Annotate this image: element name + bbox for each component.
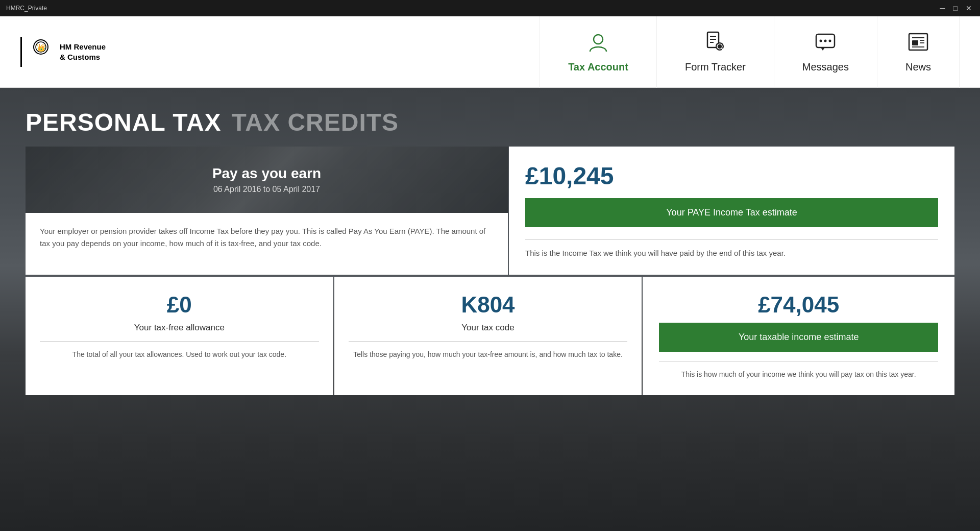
tax-free-allowance-card: £0 Your tax-free allowance The total of … — [26, 277, 333, 395]
card-divider — [525, 239, 938, 240]
news-icon — [908, 31, 929, 57]
main-nav: Tax Account Form Tracker — [540, 16, 960, 88]
tax-code-divider — [349, 341, 628, 342]
tax-code-value: K804 — [461, 292, 514, 318]
income-tax-description: This is the Income Tax we think you will… — [525, 247, 938, 259]
allowance-description: The total of all your tax allowances. Us… — [72, 349, 286, 360]
paye-estimate-button[interactable]: Your PAYE Income Tax estimate — [525, 198, 938, 227]
svg-line-10 — [722, 49, 724, 51]
svg-point-3 — [594, 35, 603, 44]
nav-messages[interactable]: Messages — [774, 16, 877, 88]
tax-credits-heading: TAX CREDITS — [232, 108, 399, 136]
close-button[interactable]: ✕ — [964, 4, 974, 12]
personal-tax-heading: PERSONAL TAX — [26, 108, 222, 136]
top-row: Pay as you earn 06 April 2016 to 05 Apri… — [26, 147, 954, 275]
taxable-income-description: This is how much of your income we think… — [681, 369, 916, 380]
tax-code-label: Your tax code — [461, 323, 514, 333]
form-tracker-label: Form Tracker — [685, 61, 746, 73]
taxable-income-button[interactable]: Your taxable income estimate — [659, 323, 938, 352]
allowance-label: Your tax-free allowance — [134, 323, 225, 333]
paye-card: Pay as you earn 06 April 2016 to 05 Apri… — [26, 147, 508, 275]
nav-form-tracker[interactable]: Form Tracker — [657, 16, 774, 88]
allowance-divider — [40, 341, 319, 342]
window-controls: ─ □ ✕ — [938, 4, 974, 12]
taxable-income-amount: £74,045 — [758, 292, 839, 318]
income-tax-amount: £10,245 — [525, 162, 938, 190]
title-bar: HMRC_Private ─ □ ✕ — [0, 0, 980, 16]
page-heading: PERSONAL TAX TAX CREDITS — [0, 88, 980, 147]
taxable-income-card: £74,045 Your taxable income estimate Thi… — [643, 277, 954, 395]
nav-news[interactable]: News — [877, 16, 960, 88]
income-tax-card: £10,245 Your PAYE Income Tax estimate Th… — [509, 147, 954, 275]
nav-tax-account[interactable]: Tax Account — [540, 16, 657, 88]
news-label: News — [905, 61, 931, 73]
bottom-row: £0 Your tax-free allowance The total of … — [26, 277, 954, 395]
maximize-button[interactable]: □ — [951, 4, 960, 12]
hero-subtitle: 06 April 2016 to 05 April 2017 — [213, 185, 320, 194]
tax-code-card: K804 Your tax code Tells those paying yo… — [334, 277, 642, 395]
cards-area: Pay as you earn 06 April 2016 to 05 Apri… — [0, 147, 980, 395]
tax-account-icon — [587, 31, 609, 57]
logo-text: HM Revenue & Customs — [60, 42, 106, 62]
messages-label: Messages — [802, 61, 849, 73]
taxable-divider — [659, 361, 938, 361]
hero-title: Pay as you earn — [212, 165, 321, 182]
svg-text:👑: 👑 — [37, 43, 46, 52]
svg-rect-17 — [912, 40, 918, 45]
paye-description: Your employer or pension provider takes … — [26, 213, 508, 262]
allowance-amount: £0 — [167, 292, 192, 318]
messages-icon — [815, 31, 836, 57]
svg-point-13 — [824, 39, 827, 42]
app-title: HMRC_Private — [6, 5, 47, 12]
svg-point-14 — [829, 39, 831, 42]
minimize-button[interactable]: ─ — [938, 4, 947, 12]
card-hero: Pay as you earn 06 April 2016 to 05 Apri… — [26, 147, 508, 213]
logo: 👑 HM Revenue & Customs — [20, 37, 106, 67]
crown-icon: 👑 — [28, 37, 54, 67]
tax-account-label: Tax Account — [568, 61, 628, 73]
form-tracker-icon — [704, 31, 726, 57]
page-content: PERSONAL TAX TAX CREDITS Pay as you earn… — [0, 88, 980, 531]
svg-point-12 — [820, 39, 822, 42]
tax-code-description: Tells those paying you, how much your ta… — [353, 349, 623, 360]
header: 👑 HM Revenue & Customs Tax Account — [0, 16, 980, 88]
